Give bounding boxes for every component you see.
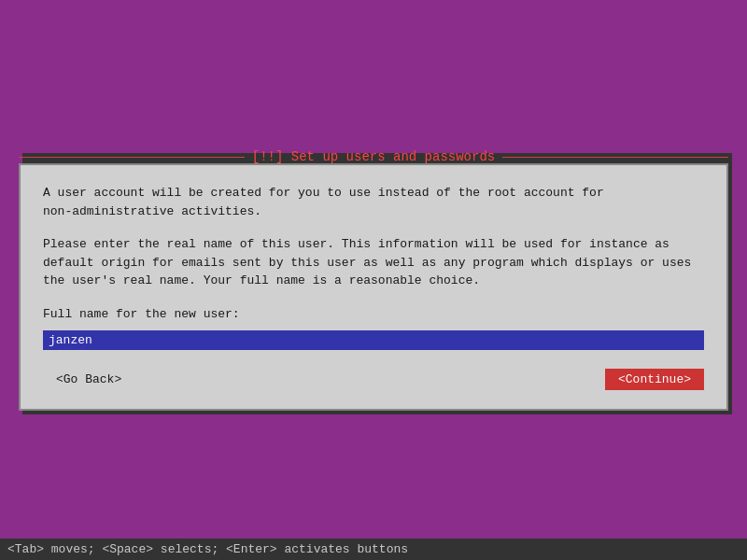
- fullname-input[interactable]: [43, 330, 704, 350]
- dialog-title-bar: [!!] Set up users and passwords: [19, 149, 728, 164]
- dialog-wrapper: [!!] Set up users and passwords A user a…: [19, 149, 728, 411]
- title-line-right: [502, 157, 728, 158]
- dialog-box: A user account will be created for you t…: [19, 163, 728, 411]
- input-label: Full name for the new user:: [43, 305, 704, 324]
- paragraph1: A user account will be created for you t…: [43, 184, 704, 220]
- paragraph2: Please enter the real name of this user.…: [43, 235, 704, 290]
- button-row: <Go Back> <Continue>: [43, 369, 704, 390]
- status-bar: <Tab> moves; <Space> selects; <Enter> ac…: [0, 539, 747, 560]
- title-line-left: [19, 157, 245, 158]
- go-back-button[interactable]: <Go Back>: [43, 369, 134, 390]
- dialog-content: A user account will be created for you t…: [43, 184, 704, 350]
- status-text: <Tab> moves; <Space> selects; <Enter> ac…: [7, 542, 408, 556]
- screen: [!!] Set up users and passwords A user a…: [0, 0, 747, 560]
- continue-button[interactable]: <Continue>: [605, 369, 704, 390]
- dialog-title: [!!] Set up users and passwords: [245, 149, 502, 164]
